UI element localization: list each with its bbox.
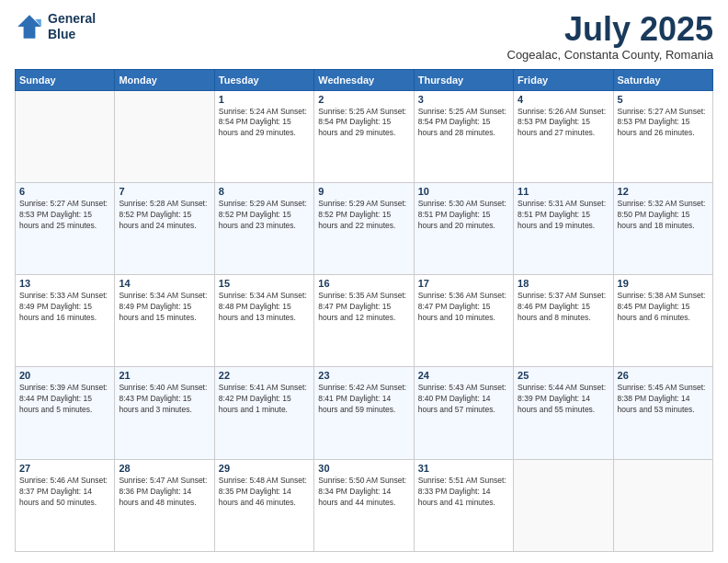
day-info: Sunrise: 5:27 AM Sunset: 8:53 PM Dayligh… bbox=[618, 107, 709, 140]
day-number: 8 bbox=[219, 186, 310, 197]
day-number: 21 bbox=[119, 370, 210, 381]
day-cell: 27Sunrise: 5:46 AM Sunset: 8:37 PM Dayli… bbox=[16, 459, 115, 551]
day-cell: 7Sunrise: 5:28 AM Sunset: 8:52 PM Daylig… bbox=[115, 182, 214, 274]
day-cell: 30Sunrise: 5:50 AM Sunset: 8:34 PM Dayli… bbox=[314, 459, 414, 551]
day-info: Sunrise: 5:26 AM Sunset: 8:53 PM Dayligh… bbox=[518, 107, 609, 140]
day-number: 16 bbox=[318, 278, 409, 289]
header: General Blue July 2025 Cogealac, Constan… bbox=[15, 11, 713, 62]
calendar-header-row: Sunday Monday Tuesday Wednesday Thursday… bbox=[16, 69, 713, 90]
day-info: Sunrise: 5:50 AM Sunset: 8:34 PM Dayligh… bbox=[318, 476, 409, 509]
day-cell: 11Sunrise: 5:31 AM Sunset: 8:51 PM Dayli… bbox=[514, 182, 613, 274]
day-cell: 29Sunrise: 5:48 AM Sunset: 8:35 PM Dayli… bbox=[214, 459, 313, 551]
day-cell: 25Sunrise: 5:44 AM Sunset: 8:39 PM Dayli… bbox=[514, 367, 613, 459]
day-info: Sunrise: 5:46 AM Sunset: 8:37 PM Dayligh… bbox=[19, 476, 110, 509]
week-row-1: 1Sunrise: 5:24 AM Sunset: 8:54 PM Daylig… bbox=[16, 90, 713, 182]
title-block: July 2025 Cogealac, Constanta County, Ro… bbox=[507, 11, 714, 62]
day-number: 3 bbox=[418, 94, 509, 105]
day-info: Sunrise: 5:36 AM Sunset: 8:47 PM Dayligh… bbox=[418, 291, 509, 324]
col-thursday: Thursday bbox=[414, 69, 513, 90]
day-number: 1 bbox=[219, 94, 310, 105]
svg-marker-0 bbox=[17, 15, 41, 39]
day-number: 20 bbox=[19, 370, 110, 381]
day-cell: 6Sunrise: 5:27 AM Sunset: 8:53 PM Daylig… bbox=[16, 182, 115, 274]
day-cell: 9Sunrise: 5:29 AM Sunset: 8:52 PM Daylig… bbox=[314, 182, 414, 274]
logo: General Blue bbox=[15, 11, 96, 42]
day-cell: 18Sunrise: 5:37 AM Sunset: 8:46 PM Dayli… bbox=[514, 275, 613, 367]
day-cell: 1Sunrise: 5:24 AM Sunset: 8:54 PM Daylig… bbox=[214, 90, 313, 182]
day-cell: 3Sunrise: 5:25 AM Sunset: 8:54 PM Daylig… bbox=[414, 90, 513, 182]
day-cell: 31Sunrise: 5:51 AM Sunset: 8:33 PM Dayli… bbox=[414, 459, 513, 551]
day-cell bbox=[16, 90, 115, 182]
day-cell bbox=[613, 459, 712, 551]
day-number: 7 bbox=[119, 186, 210, 197]
col-wednesday: Wednesday bbox=[314, 69, 414, 90]
day-number: 25 bbox=[518, 370, 609, 381]
day-cell bbox=[115, 90, 214, 182]
logo-line2: Blue bbox=[48, 27, 96, 42]
day-cell: 4Sunrise: 5:26 AM Sunset: 8:53 PM Daylig… bbox=[514, 90, 613, 182]
day-info: Sunrise: 5:24 AM Sunset: 8:54 PM Dayligh… bbox=[219, 107, 310, 140]
day-number: 17 bbox=[418, 278, 509, 289]
day-number: 15 bbox=[219, 278, 310, 289]
day-info: Sunrise: 5:40 AM Sunset: 8:43 PM Dayligh… bbox=[119, 383, 210, 416]
day-cell: 19Sunrise: 5:38 AM Sunset: 8:45 PM Dayli… bbox=[613, 275, 712, 367]
day-info: Sunrise: 5:29 AM Sunset: 8:52 PM Dayligh… bbox=[219, 199, 310, 232]
day-info: Sunrise: 5:47 AM Sunset: 8:36 PM Dayligh… bbox=[119, 476, 210, 509]
day-number: 9 bbox=[318, 186, 409, 197]
day-info: Sunrise: 5:38 AM Sunset: 8:45 PM Dayligh… bbox=[618, 291, 709, 324]
day-info: Sunrise: 5:28 AM Sunset: 8:52 PM Dayligh… bbox=[119, 199, 210, 232]
col-saturday: Saturday bbox=[613, 69, 712, 90]
day-info: Sunrise: 5:37 AM Sunset: 8:46 PM Dayligh… bbox=[518, 291, 609, 324]
location-subtitle: Cogealac, Constanta County, Romania bbox=[507, 48, 714, 62]
day-info: Sunrise: 5:51 AM Sunset: 8:33 PM Dayligh… bbox=[418, 476, 509, 509]
col-friday: Friday bbox=[514, 69, 613, 90]
day-number: 22 bbox=[219, 370, 310, 381]
day-number: 13 bbox=[19, 278, 110, 289]
month-title: July 2025 bbox=[507, 11, 714, 48]
day-info: Sunrise: 5:45 AM Sunset: 8:38 PM Dayligh… bbox=[618, 383, 709, 416]
day-info: Sunrise: 5:42 AM Sunset: 8:41 PM Dayligh… bbox=[318, 383, 409, 416]
day-number: 26 bbox=[618, 370, 709, 381]
day-info: Sunrise: 5:41 AM Sunset: 8:42 PM Dayligh… bbox=[219, 383, 310, 416]
day-cell: 13Sunrise: 5:33 AM Sunset: 8:49 PM Dayli… bbox=[16, 275, 115, 367]
day-info: Sunrise: 5:32 AM Sunset: 8:50 PM Dayligh… bbox=[618, 199, 709, 232]
day-info: Sunrise: 5:35 AM Sunset: 8:47 PM Dayligh… bbox=[318, 291, 409, 324]
day-number: 14 bbox=[119, 278, 210, 289]
day-number: 10 bbox=[418, 186, 509, 197]
col-sunday: Sunday bbox=[16, 69, 115, 90]
week-row-5: 27Sunrise: 5:46 AM Sunset: 8:37 PM Dayli… bbox=[16, 459, 713, 551]
day-number: 30 bbox=[318, 463, 409, 474]
day-info: Sunrise: 5:48 AM Sunset: 8:35 PM Dayligh… bbox=[219, 476, 310, 509]
day-number: 31 bbox=[418, 463, 509, 474]
day-cell: 15Sunrise: 5:34 AM Sunset: 8:48 PM Dayli… bbox=[214, 275, 313, 367]
day-cell: 12Sunrise: 5:32 AM Sunset: 8:50 PM Dayli… bbox=[613, 182, 712, 274]
week-row-2: 6Sunrise: 5:27 AM Sunset: 8:53 PM Daylig… bbox=[16, 182, 713, 274]
day-cell: 24Sunrise: 5:43 AM Sunset: 8:40 PM Dayli… bbox=[414, 367, 513, 459]
day-cell: 22Sunrise: 5:41 AM Sunset: 8:42 PM Dayli… bbox=[214, 367, 313, 459]
day-cell: 17Sunrise: 5:36 AM Sunset: 8:47 PM Dayli… bbox=[414, 275, 513, 367]
day-number: 24 bbox=[418, 370, 509, 381]
week-row-4: 20Sunrise: 5:39 AM Sunset: 8:44 PM Dayli… bbox=[16, 367, 713, 459]
day-number: 11 bbox=[518, 186, 609, 197]
day-info: Sunrise: 5:34 AM Sunset: 8:49 PM Dayligh… bbox=[119, 291, 210, 324]
day-info: Sunrise: 5:43 AM Sunset: 8:40 PM Dayligh… bbox=[418, 383, 509, 416]
page: General Blue July 2025 Cogealac, Constan… bbox=[0, 0, 728, 563]
logo-line1: General bbox=[48, 11, 96, 27]
day-number: 28 bbox=[119, 463, 210, 474]
col-tuesday: Tuesday bbox=[214, 69, 313, 90]
day-number: 2 bbox=[318, 94, 409, 105]
col-monday: Monday bbox=[115, 69, 214, 90]
day-info: Sunrise: 5:27 AM Sunset: 8:53 PM Dayligh… bbox=[19, 199, 110, 232]
calendar-table: Sunday Monday Tuesday Wednesday Thursday… bbox=[15, 69, 713, 552]
day-cell: 8Sunrise: 5:29 AM Sunset: 8:52 PM Daylig… bbox=[214, 182, 313, 274]
day-number: 18 bbox=[518, 278, 609, 289]
day-cell: 10Sunrise: 5:30 AM Sunset: 8:51 PM Dayli… bbox=[414, 182, 513, 274]
day-cell: 21Sunrise: 5:40 AM Sunset: 8:43 PM Dayli… bbox=[115, 367, 214, 459]
logo-text: General Blue bbox=[48, 11, 96, 42]
day-number: 19 bbox=[618, 278, 709, 289]
day-info: Sunrise: 5:30 AM Sunset: 8:51 PM Dayligh… bbox=[418, 199, 509, 232]
day-number: 6 bbox=[19, 186, 110, 197]
day-number: 4 bbox=[518, 94, 609, 105]
day-info: Sunrise: 5:25 AM Sunset: 8:54 PM Dayligh… bbox=[418, 107, 509, 140]
day-number: 12 bbox=[618, 186, 709, 197]
